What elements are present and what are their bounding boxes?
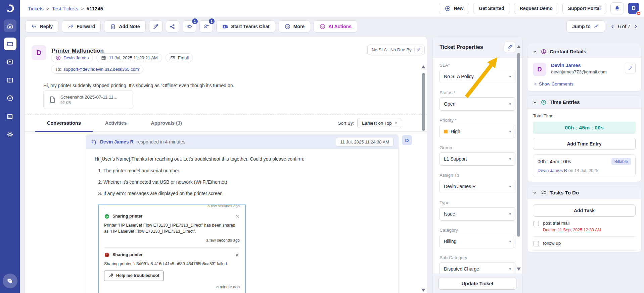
sla-badge: No SLA - No Due By bbox=[367, 45, 425, 55]
forward-label: Forward bbox=[77, 24, 95, 29]
requester-avatar: D bbox=[32, 45, 46, 60]
troubleshoot-icon bbox=[108, 273, 113, 278]
update-ticket-button[interactable]: Update Ticket bbox=[439, 278, 516, 290]
type-select[interactable]: Issue▾ bbox=[440, 207, 515, 221]
toast-error: Sharing printer Sharing printer "d3d091a… bbox=[104, 248, 240, 293]
scroll-up-arrow[interactable] bbox=[421, 65, 425, 68]
sidebar-item-contacts[interactable] bbox=[4, 56, 16, 68]
edit-ticket-button[interactable] bbox=[149, 20, 163, 33]
edit-sla-button[interactable] bbox=[414, 46, 422, 54]
sidebar-item-approvals[interactable] bbox=[4, 92, 16, 105]
show-comments-link[interactable]: Show Comments bbox=[533, 81, 636, 86]
contacts-icon bbox=[6, 58, 14, 66]
scroll-up-arrow[interactable] bbox=[517, 45, 521, 48]
contact-details-title: Contact Details bbox=[550, 49, 586, 54]
request-demo-button[interactable]: Request Demo bbox=[514, 3, 558, 14]
chevron-down-icon bbox=[532, 100, 538, 105]
requester-chip[interactable]: Devin James bbox=[51, 53, 93, 62]
start-teams-chat-button[interactable]: Start Teams Chat bbox=[216, 20, 275, 33]
tasks-header[interactable]: Tasks To Do bbox=[527, 186, 641, 199]
reply-button[interactable]: Reply bbox=[25, 20, 58, 33]
tab-activities[interactable]: Activities bbox=[93, 115, 139, 131]
headset-icon bbox=[91, 139, 97, 145]
task-label[interactable]: post trial mail bbox=[543, 221, 601, 226]
jump-to-button[interactable]: Jump to bbox=[566, 20, 605, 33]
toast-body: Printer "HP LaserJet Flow E73130_HPE7313… bbox=[104, 222, 240, 234]
scrollbar-thumb[interactable] bbox=[517, 53, 520, 237]
new-button[interactable]: New bbox=[439, 3, 469, 14]
next-ticket-button[interactable] bbox=[633, 24, 639, 30]
sidebar-item-settings[interactable] bbox=[4, 128, 16, 141]
help-chat-button[interactable] bbox=[3, 274, 17, 288]
scroll-down-arrow[interactable] bbox=[517, 268, 521, 271]
task-checkbox[interactable] bbox=[534, 241, 539, 246]
attachment-card[interactable]: Screenshot 2025-07-11 11... 92 KB bbox=[43, 90, 133, 109]
scrollbar-thumb[interactable] bbox=[422, 73, 425, 131]
sort-dropdown[interactable]: Earliest on Top▾ bbox=[357, 118, 401, 128]
get-started-button[interactable]: Get Started bbox=[473, 3, 510, 14]
prev-ticket-button[interactable] bbox=[610, 24, 615, 30]
entry-agent[interactable]: Devin James R bbox=[538, 168, 567, 173]
sidebar-item-tickets[interactable] bbox=[4, 38, 16, 50]
chevron-down-icon bbox=[532, 49, 538, 54]
help-troubleshoot-button: Help me troubleshoot bbox=[104, 271, 164, 281]
add-task-button[interactable]: Add Task bbox=[533, 204, 636, 217]
properties-scrollbar[interactable] bbox=[516, 45, 521, 271]
pager-label: 6 of 7 bbox=[618, 24, 630, 29]
time-entry-item[interactable]: 00h : 45m : 00s Billable Devin James R o… bbox=[533, 154, 636, 177]
channel-chip: Email bbox=[166, 53, 193, 62]
category-select[interactable]: Billing▾ bbox=[440, 235, 515, 248]
group-select[interactable]: L1 Support▾ bbox=[440, 152, 515, 166]
attachment-size: 92 KB bbox=[60, 101, 117, 105]
task-label[interactable]: follow up bbox=[543, 241, 561, 246]
ai-actions-button[interactable]: AI Actions bbox=[314, 20, 357, 33]
chevron-down-circle-icon bbox=[319, 23, 326, 30]
add-note-button[interactable]: Add Note bbox=[104, 20, 145, 33]
app-logo-icon[interactable] bbox=[4, 2, 16, 15]
to-address[interactable]: support@devindevin.us2.desk365.com bbox=[63, 67, 139, 72]
sla-badge-label: No SLA - No Due By bbox=[372, 47, 412, 52]
sidebar-item-home[interactable] bbox=[4, 19, 16, 32]
sort-row: Sort By: Earliest on Top▾ bbox=[338, 118, 401, 128]
pencil-icon bbox=[152, 23, 159, 30]
watchers-button[interactable]: 1 bbox=[183, 20, 196, 33]
priority-color-swatch bbox=[444, 130, 448, 133]
support-portal-button[interactable]: Support Portal bbox=[562, 3, 606, 14]
field-label: Priority * bbox=[440, 118, 515, 123]
breadcrumb-test-tickets[interactable]: Test Tickets bbox=[52, 6, 78, 11]
pencil-icon bbox=[507, 44, 513, 50]
priority-select[interactable]: High▾ bbox=[440, 125, 515, 138]
pencil-icon bbox=[416, 48, 421, 52]
sidebar-item-reports[interactable] bbox=[4, 110, 16, 123]
total-time-value: 00h : 45m : 00s bbox=[533, 122, 636, 134]
chevron-right-icon bbox=[533, 82, 537, 86]
status-select[interactable]: Open▾ bbox=[440, 97, 515, 111]
edit-contact-button[interactable] bbox=[625, 63, 636, 73]
more-button[interactable]: More bbox=[279, 20, 310, 33]
sla-select[interactable]: No SLA Policy▾ bbox=[440, 70, 515, 83]
tab-conversations[interactable]: Conversations bbox=[35, 115, 93, 131]
contact-name[interactable]: Devin James bbox=[551, 63, 620, 68]
sidebar-item-knowledge-base[interactable] bbox=[4, 74, 16, 86]
add-time-entry-button[interactable]: Add Time Entry bbox=[533, 138, 636, 150]
share-button[interactable] bbox=[166, 20, 179, 33]
task-item: post trial mail Due on 11 Sep, 2025 12:3… bbox=[533, 217, 636, 237]
assign-to-select[interactable]: Devin James R▾ bbox=[440, 180, 515, 193]
sort-by-label: Sort By: bbox=[338, 121, 354, 126]
agent-avatar: D bbox=[402, 135, 412, 145]
scroll-down-arrow[interactable] bbox=[421, 289, 425, 292]
breadcrumb-tickets[interactable]: Tickets bbox=[28, 6, 44, 11]
edit-properties-button[interactable] bbox=[504, 42, 515, 53]
time-entries-header[interactable]: Time Entries bbox=[527, 96, 641, 109]
forward-button[interactable]: Forward bbox=[62, 20, 101, 33]
tab-approvals[interactable]: Approvals (3) bbox=[139, 115, 194, 131]
user-avatar[interactable]: D bbox=[628, 3, 639, 14]
sidebar bbox=[0, 0, 20, 293]
collaborators-button[interactable]: 1 bbox=[199, 20, 213, 33]
conversation-scrollbar[interactable] bbox=[421, 65, 426, 292]
toast-title: Sharing printer bbox=[112, 213, 143, 220]
more-label: More bbox=[293, 24, 305, 29]
contact-details-header[interactable]: Contact Details bbox=[527, 45, 641, 58]
task-checkbox[interactable] bbox=[534, 221, 539, 226]
notifications-button[interactable] bbox=[610, 2, 624, 14]
